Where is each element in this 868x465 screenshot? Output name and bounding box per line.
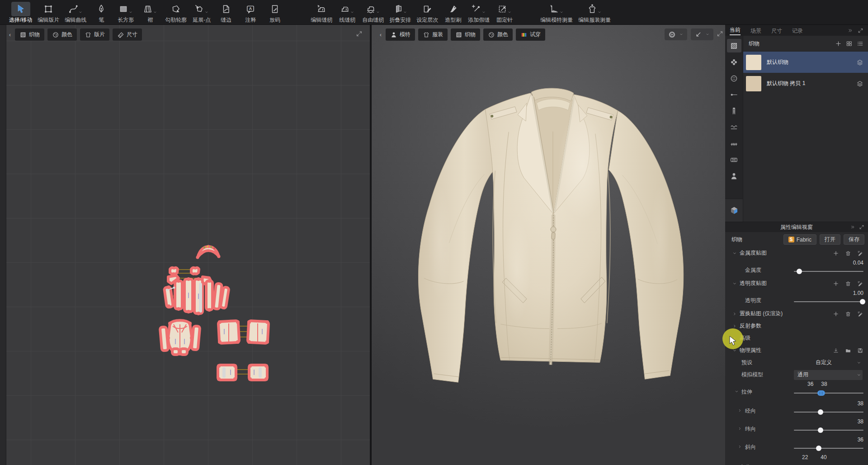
chevron-right-icon[interactable] bbox=[731, 311, 738, 317]
plus-icon[interactable] bbox=[833, 280, 839, 287]
panel3d-collapse-icon[interactable]: ‹ bbox=[380, 32, 382, 38]
prop-group-反射参数[interactable]: 反射参数 bbox=[725, 320, 868, 332]
tool-pen[interactable]: 笔 bbox=[92, 0, 111, 24]
prop-group-透明度贴图[interactable]: 透明度贴图 bbox=[725, 277, 868, 289]
tool-trace-outline[interactable]: 勾勒轮廓 bbox=[165, 0, 187, 24]
free-sewing-dropdown-icon[interactable] bbox=[376, 4, 380, 14]
list-view-button[interactable] bbox=[857, 40, 863, 47]
panel-2d-expand-icon[interactable] bbox=[356, 30, 363, 37]
browser-type-buckle[interactable] bbox=[727, 153, 741, 166]
prop-group-弯曲[interactable]: 弯曲 bbox=[725, 461, 868, 465]
save-icon[interactable] bbox=[857, 347, 863, 354]
slider-handle[interactable] bbox=[818, 427, 823, 433]
fold-arrange-dropdown-icon[interactable] bbox=[403, 4, 407, 14]
layers-icon[interactable] bbox=[856, 59, 863, 66]
browser-type-figure[interactable] bbox=[727, 169, 741, 183]
panel3d-tab-fabric[interactable]: 织物 bbox=[451, 28, 480, 41]
browser-type-fabric[interactable] bbox=[727, 39, 741, 52]
right-panel-expand-icon[interactable] bbox=[858, 28, 863, 33]
plus-icon[interactable] bbox=[833, 250, 839, 256]
view-control-render[interactable] bbox=[665, 28, 687, 40]
trash-icon[interactable] bbox=[845, 311, 851, 317]
slider-handle[interactable] bbox=[797, 269, 802, 274]
tool-annotation[interactable]: A 注释 bbox=[241, 0, 260, 24]
tool-free-sewing[interactable]: 自由缝纫 bbox=[362, 0, 384, 24]
chevron-right-icon[interactable] bbox=[737, 426, 742, 431]
slider-track[interactable] bbox=[794, 412, 863, 413]
chevron-down-icon[interactable] bbox=[856, 360, 862, 365]
tool-fix-pin[interactable]: 固定针 bbox=[495, 0, 514, 24]
tool-rectangle[interactable]: 长方形 bbox=[116, 0, 135, 24]
tool-grading[interactable]: 放码 bbox=[265, 0, 284, 24]
panel3d-tab-model[interactable]: 模特 bbox=[386, 28, 415, 41]
brushedit-icon[interactable] bbox=[857, 311, 863, 317]
tool-edit-curve[interactable]: 编辑曲线 bbox=[65, 0, 86, 24]
add-baste-dropdown-icon[interactable] bbox=[481, 4, 486, 14]
browser-type-zipper[interactable] bbox=[727, 104, 741, 118]
panel-3d-expand-icon[interactable] bbox=[717, 30, 723, 37]
fabric-library-button[interactable]: S Fabric bbox=[783, 234, 816, 245]
tool-seam-edge[interactable]: 缝边 bbox=[217, 0, 236, 24]
browser-type-scene-3d[interactable] bbox=[725, 199, 743, 222]
edit-curve-dropdown-icon[interactable] bbox=[78, 4, 83, 14]
panel2d-tab-pattern[interactable]: 版片 bbox=[80, 28, 109, 41]
folder-icon[interactable] bbox=[845, 347, 851, 354]
panel3d-tab-color[interactable]: 颜色 bbox=[483, 28, 513, 41]
right-tab-场景[interactable]: 场景 bbox=[750, 26, 761, 35]
pleat-dropdown-icon[interactable] bbox=[153, 4, 157, 14]
slider-track[interactable] bbox=[794, 448, 863, 449]
right-tab-尺寸[interactable]: 尺寸 bbox=[771, 26, 782, 35]
rectangle-dropdown-icon[interactable] bbox=[128, 4, 133, 14]
tool-set-layer[interactable]: 设定层次 bbox=[416, 0, 438, 24]
chevron-down-icon[interactable] bbox=[731, 348, 738, 353]
download-icon[interactable] bbox=[833, 347, 839, 354]
pattern-pieces-canvas[interactable] bbox=[0, 25, 371, 465]
add-fabric-button[interactable] bbox=[835, 40, 842, 47]
prop-group-物理属性[interactable]: 物理属性 bbox=[725, 344, 868, 356]
right-tab-当前[interactable]: 当前 bbox=[730, 25, 741, 35]
slider-handle[interactable] bbox=[860, 299, 865, 304]
panel2d-tab-fabric[interactable]: 织物 bbox=[15, 28, 44, 41]
chevron-right-icon[interactable] bbox=[737, 444, 742, 449]
panel-overflow-icon[interactable] bbox=[847, 28, 853, 33]
browser-type-stitch[interactable] bbox=[727, 137, 741, 150]
extend-point-dropdown-icon[interactable] bbox=[204, 4, 209, 14]
prop-expand-icon[interactable] bbox=[859, 224, 864, 230]
prop-group-金属度贴图[interactable]: 金属度贴图 bbox=[725, 247, 868, 259]
save-button[interactable]: 保存 bbox=[844, 234, 864, 245]
panel3d-tab-fit[interactable]: 试穿 bbox=[516, 28, 545, 41]
tool-line-sewing[interactable]: 线缝纫 bbox=[338, 0, 357, 24]
brushedit-icon[interactable] bbox=[857, 280, 863, 287]
tool-edit-model-measure[interactable]: 编辑模特测量 bbox=[540, 0, 573, 24]
view-control-pointer-mode[interactable] bbox=[691, 28, 713, 40]
edit-garment-measure-dropdown-icon[interactable] bbox=[597, 4, 602, 14]
fabric-item-0[interactable]: 默认织物 bbox=[743, 52, 868, 73]
plus-icon[interactable] bbox=[833, 311, 839, 317]
chevron-down-icon[interactable] bbox=[731, 281, 738, 286]
tool-edit-garment-measure[interactable]: 编辑服装测量 bbox=[578, 0, 611, 24]
viewport-3d[interactable]: ‹ 模特 服装 织物 颜色 试穿 bbox=[372, 25, 725, 465]
garment-3d-jacket[interactable] bbox=[372, 25, 725, 465]
tool-style-brush[interactable]: 造型刷 bbox=[443, 0, 462, 24]
tool-extend-point[interactable]: 延展-点 bbox=[192, 0, 211, 24]
chevron-right-icon[interactable] bbox=[737, 408, 742, 413]
tool-edit-pattern[interactable]: 编辑版片 bbox=[38, 0, 59, 24]
browser-type-trim[interactable] bbox=[727, 55, 741, 69]
slider-handle-dual[interactable] bbox=[817, 390, 825, 396]
browser-type-pin[interactable] bbox=[727, 88, 741, 101]
chevron-down-icon[interactable] bbox=[734, 389, 739, 394]
slider-track[interactable] bbox=[794, 301, 863, 302]
panel2d-tab-size[interactable]: 尺寸 bbox=[113, 28, 142, 41]
select-box[interactable]: 通用 bbox=[794, 370, 863, 380]
open-button[interactable]: 打开 bbox=[820, 234, 840, 245]
chevron-right-icon[interactable] bbox=[731, 336, 738, 341]
slider-handle[interactable] bbox=[818, 409, 823, 415]
prop-overflow-icon[interactable] bbox=[850, 224, 855, 230]
fabric-item-1[interactable]: 默认织物 拷贝 1 bbox=[743, 73, 868, 94]
panel2d-tab-color[interactable]: 颜色 bbox=[47, 28, 77, 41]
tool-pleat[interactable]: 褶 bbox=[141, 0, 160, 24]
trash-icon[interactable] bbox=[845, 280, 851, 287]
tool-select-move[interactable]: 选择/移动 bbox=[9, 0, 32, 24]
chevron-right-icon[interactable] bbox=[731, 323, 738, 329]
tool-edit-sewing[interactable]: 编辑缝纫 bbox=[311, 0, 332, 24]
